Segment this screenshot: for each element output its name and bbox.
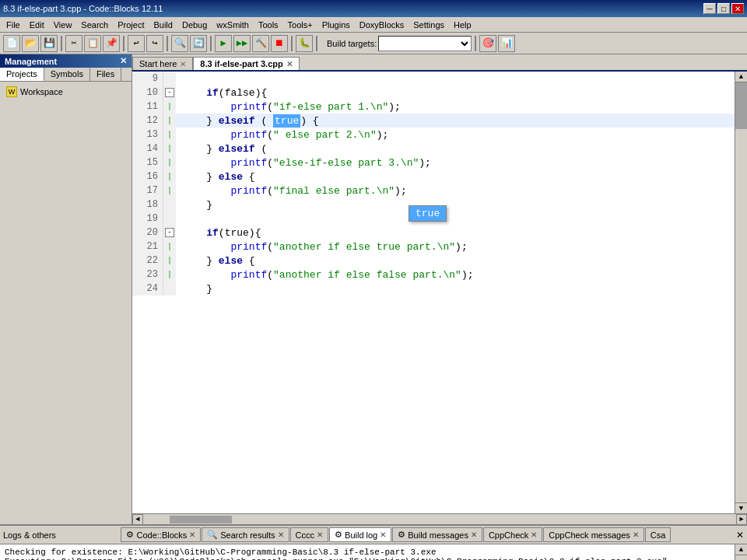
tab-build-messages[interactable]: ⚙ Build messages ✕ — [392, 527, 482, 542]
menu-doxyblocks[interactable]: DoxyBlocks — [355, 19, 409, 31]
management-label: Management — [5, 57, 57, 66]
menu-bar: File Edit View Search Project Build Debu… — [0, 17, 747, 33]
line-marker-20[interactable]: - — [163, 226, 176, 240]
paste-button[interactable]: 📌 — [103, 35, 120, 52]
line-marker-22: | — [163, 254, 176, 268]
menu-help[interactable]: Help — [449, 19, 476, 31]
tb-extra-2[interactable]: 📊 — [498, 35, 515, 52]
close-button[interactable]: ✕ — [731, 3, 744, 14]
tab-cppcheck[interactable]: CppCheck ✕ — [483, 527, 542, 542]
menu-plugins[interactable]: Plugins — [317, 19, 355, 31]
tb-sep-4 — [210, 36, 212, 51]
menu-tools-plus[interactable]: Tools+ — [283, 19, 317, 31]
code-line-10: 10 - if(false){ — [132, 86, 735, 100]
tab-search-results[interactable]: 🔍 Search results ✕ — [202, 527, 289, 542]
bottom-content: Checking for existence: E:\Working\GitHu… — [0, 544, 735, 560]
compile-button[interactable]: ▶ — [215, 35, 232, 52]
line-marker-15: | — [163, 156, 176, 170]
workspace-area: W Workspace — [0, 82, 132, 524]
tab-build-messages-close[interactable]: ✕ — [471, 530, 477, 539]
line-num-23: 23 — [132, 268, 163, 282]
tb-extra-1[interactable]: 🎯 — [479, 35, 496, 52]
tab-build-log[interactable]: ⚙ Build log ✕ — [329, 527, 391, 542]
line-marker-21: | — [163, 240, 176, 254]
line-marker-14: | — [163, 142, 176, 156]
tab-start-here[interactable]: Start here ✕ — [132, 57, 193, 70]
menu-settings[interactable]: Settings — [409, 19, 449, 31]
code-vertical-scrollbar[interactable]: ▲ ▼ — [735, 72, 747, 513]
undo-button[interactable]: ↩ — [128, 35, 145, 52]
menu-wxsmith[interactable]: wxSmith — [212, 19, 254, 31]
build-target-select[interactable] — [378, 36, 472, 51]
line-num-17: 17 — [132, 184, 163, 198]
build-output-line-1: Checking for existence: E:\Working\GitHu… — [5, 548, 730, 557]
autocomplete-popup[interactable]: true — [409, 205, 447, 222]
tab-start-close[interactable]: ✕ — [180, 60, 186, 68]
cut-button[interactable]: ✂ — [65, 35, 82, 52]
tab-codeblocks[interactable]: ⚙ Code::Blocks ✕ — [121, 527, 201, 542]
menu-debug[interactable]: Debug — [177, 19, 212, 31]
replace-button[interactable]: 🔄 — [190, 35, 207, 52]
tab-files[interactable]: Files — [90, 68, 121, 81]
stop-button[interactable]: ⏹ — [271, 35, 288, 52]
line-marker-11: | — [163, 100, 176, 114]
tab-cccc[interactable]: Cccc ✕ — [290, 527, 328, 542]
code-line-22: 22 | } else { — [132, 254, 735, 268]
tb-sep-5 — [291, 36, 293, 51]
maximize-button[interactable]: □ — [717, 3, 730, 14]
menu-file[interactable]: File — [2, 19, 25, 31]
tab-cppcheck-messages[interactable]: CppCheck messages ✕ — [543, 527, 644, 542]
line-num-15: 15 — [132, 156, 163, 170]
tab-codeblocks-close[interactable]: ✕ — [189, 530, 195, 539]
run-button[interactable]: ▶▶ — [233, 35, 251, 52]
code-editor[interactable]: 9 10 - if(false){ 11 — [132, 72, 735, 513]
redo-button[interactable]: ↪ — [146, 35, 163, 52]
menu-build[interactable]: Build — [149, 19, 177, 31]
ac-item-true[interactable]: true — [409, 206, 446, 221]
find-button[interactable]: 🔍 — [171, 35, 188, 52]
tab-cppcheck-close[interactable]: ✕ — [531, 530, 537, 539]
menu-view[interactable]: View — [49, 19, 77, 31]
copy-button[interactable]: 📋 — [84, 35, 101, 52]
line-code-9 — [176, 72, 182, 86]
build-button[interactable]: 🔨 — [252, 35, 269, 52]
debug-button[interactable]: 🐛 — [296, 35, 313, 52]
workspace-item[interactable]: W Workspace — [3, 85, 128, 99]
tab-cppcheck-messages-close[interactable]: ✕ — [633, 530, 639, 539]
tab-csa[interactable]: Csa — [645, 527, 672, 542]
build-log-icon: ⚙ — [335, 530, 342, 540]
tab-search-close[interactable]: ✕ — [278, 530, 284, 539]
title-bar: 8.3 if-else-part 3.cpp - Code::Blocks 12… — [0, 0, 747, 17]
tab-build-log-close[interactable]: ✕ — [380, 530, 386, 539]
h-scroll-thumb[interactable] — [170, 516, 232, 523]
minimize-button[interactable]: ─ — [703, 3, 716, 14]
new-button[interactable]: 📄 — [3, 35, 20, 52]
bottom-vertical-scrollbar[interactable]: ▲ ▼ — [735, 544, 747, 560]
code-line-11: 11 | printf("if-else part 1.\n"); — [132, 100, 735, 114]
menu-tools[interactable]: Tools — [254, 19, 283, 31]
code-line-17: 17 | printf("final else part.\n"); — [132, 184, 735, 198]
bottom-panel-close[interactable]: ✕ — [736, 530, 744, 541]
tab-file-close[interactable]: ✕ — [286, 60, 293, 68]
tab-cccc-close[interactable]: ✕ — [317, 530, 323, 539]
line-code-11: printf("if-else part 1.\n"); — [176, 100, 401, 114]
menu-search[interactable]: Search — [76, 19, 113, 31]
search-results-icon: 🔍 — [207, 530, 218, 540]
workspace-icon: W — [6, 86, 17, 97]
tab-cccc-label: Cccc — [296, 530, 314, 540]
open-button[interactable]: 📂 — [22, 35, 39, 52]
line-marker-23: | — [163, 268, 176, 282]
tab-codeblocks-label: Code::Blocks — [136, 530, 187, 540]
line-marker-10[interactable]: - — [163, 86, 176, 100]
menu-project[interactable]: Project — [113, 19, 149, 31]
menu-edit[interactable]: Edit — [25, 19, 49, 31]
tab-file[interactable]: 8.3 if-else-part 3.cpp ✕ — [193, 57, 299, 70]
panel-close-icon[interactable]: ✕ — [120, 56, 127, 66]
code-line-24: 24 } — [132, 282, 735, 296]
code-horizontal-scrollbar[interactable]: ◄ ► — [132, 513, 747, 524]
save-button[interactable]: 💾 — [40, 35, 58, 52]
tab-projects[interactable]: Projects — [0, 68, 44, 81]
bottom-panel-header: Logs & others ⚙ Code::Blocks ✕ 🔍 Search … — [0, 526, 747, 544]
line-marker-16: | — [163, 170, 176, 184]
tab-symbols[interactable]: Symbols — [44, 68, 90, 81]
